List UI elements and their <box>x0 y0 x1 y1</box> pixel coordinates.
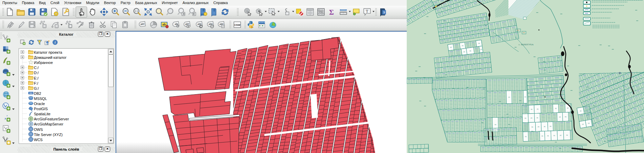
svg-text:Лб: Лб <box>537 117 539 119</box>
svg-text:’: ’ <box>6 114 8 118</box>
svg-text:Лб: Лб <box>541 135 543 137</box>
svg-text:Лб: Лб <box>567 107 569 109</box>
svg-text:abc: abc <box>140 22 145 26</box>
svg-text:Лб: Лб <box>549 125 551 127</box>
svg-text:CSW: CSW <box>234 23 241 27</box>
svg-text:Лб: Лб <box>530 117 532 119</box>
svg-text:Лб: Лб <box>560 134 562 136</box>
svg-text:Σ: Σ <box>329 8 334 16</box>
svg-text:с. ЗОЛОТУХА: с. ЗОЛОТУХА <box>519 43 534 46</box>
svg-text:Лб: Лб <box>544 126 546 128</box>
svg-text:i: i <box>246 9 247 13</box>
svg-text:Лб: Лб <box>525 136 527 137</box>
svg-text:Лб: Лб <box>524 117 526 119</box>
svg-text:Лб: Лб <box>524 96 526 98</box>
svg-text:,: , <box>5 114 6 120</box>
svg-text:1:1: 1:1 <box>135 10 138 12</box>
svg-text:?: ? <box>383 11 385 14</box>
svg-text:В: В <box>619 71 621 75</box>
svg-text:Лб: Лб <box>559 116 561 118</box>
svg-text:Лб: Лб <box>538 126 540 128</box>
svg-text:T: T <box>366 9 368 14</box>
svg-text:ab: ab <box>162 23 166 26</box>
svg-text:Лб: Лб <box>555 107 557 109</box>
svg-text:i: i <box>55 41 56 44</box>
svg-text:Лб: Лб <box>531 126 534 128</box>
svg-text:Лб: Лб <box>547 135 549 137</box>
svg-text:DB2: DB2 <box>29 92 33 94</box>
svg-text:Лб: Лб <box>566 134 568 136</box>
svg-text:Лб: Лб <box>553 135 555 136</box>
svg-text:abc: abc <box>185 22 190 26</box>
svg-text:Лб: Лб <box>565 116 567 118</box>
svg-text:Лб: Лб <box>495 124 497 125</box>
svg-text:Лб: Лб <box>508 96 510 98</box>
svg-text:Лб: Лб <box>531 108 533 110</box>
svg-text:Лб: Лб <box>537 108 539 110</box>
